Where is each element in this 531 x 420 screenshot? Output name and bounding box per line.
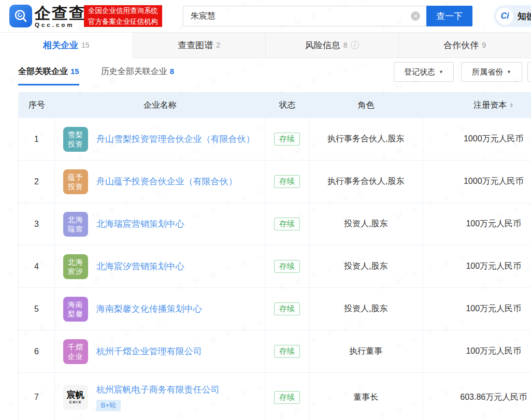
ai-assistant-pill[interactable]: Ci 知彼 (494, 5, 531, 27)
subtab-label: 历史全部关联企业 (101, 66, 167, 77)
search-button[interactable]: 查一下 (426, 6, 472, 26)
company-logo: 千熠 企业 (63, 339, 88, 364)
logo-text: 梨馨 (68, 309, 83, 318)
tab-count: 8 (343, 41, 348, 49)
filter-registration-status[interactable]: 登记状态 ▼ (394, 62, 454, 82)
row-index: 2 (19, 161, 55, 202)
company-link[interactable]: 舟山雪梨投资管理合伙企业（有限合伙） (96, 133, 255, 145)
subtab-count: 15 (70, 67, 79, 76)
qcc-logo-icon[interactable] (9, 5, 32, 27)
logo-text: 蕴予 (68, 172, 83, 182)
tab-risk-info[interactable]: 风险信息 8 i (265, 33, 398, 58)
company-cell: 北海 宸汐 北海宸汐营销策划中心 (55, 245, 265, 287)
row-index: 7 (19, 373, 55, 420)
subtab-all-related[interactable]: 全部关联企业 15 (18, 66, 79, 85)
logo-text: 瑞宸 (68, 224, 83, 234)
col-header-index: 序号 (19, 93, 55, 118)
tab-chacha-graph[interactable]: 查查图谱 2 (133, 33, 266, 58)
logo-text: 北海 (68, 257, 83, 267)
brand-block[interactable]: 企查查 Qcc.com (35, 5, 86, 28)
sort-icon[interactable]: ▲ ▼ (509, 103, 513, 108)
company-logo: 北海 瑞宸 (63, 212, 88, 237)
table-row: 2 蕴予 投资 舟山蕴予投资合伙企业（有限合伙） 存续 执行事务合伙人,股东 1… (19, 160, 531, 202)
sort-down-icon: ▼ (509, 105, 513, 108)
role-cell: 执行董事 (309, 330, 423, 372)
company-link[interactable]: 杭州千熠企业管理有限公司 (96, 345, 202, 357)
filter-more-cutoff[interactable] (527, 62, 531, 82)
tab-partners[interactable]: 合作伙伴 9 (398, 33, 531, 58)
company-cell: 北海 瑞宸 北海瑞宸营销策划中心 (55, 203, 265, 245)
company-link[interactable]: 杭州宸帆电子商务有限责任公司 (96, 384, 220, 396)
related-companies-table: 序号 企业名称 状态 角色 注册资本 ▲ ▼ 1 雪梨 投资 舟山雪梨投资管理合… (18, 92, 531, 420)
subtab-history-related[interactable]: 历史全部关联企业 8 (101, 66, 174, 85)
tab-label: 相关企业 (43, 39, 78, 51)
status-cell: 存续 (265, 203, 309, 245)
table-row: 3 北海 瑞宸 北海瑞宸营销策划中心 存续 投资人,股东 100万元人民币 (19, 202, 531, 245)
tab-count: 15 (81, 41, 90, 49)
logo-text: 北海 (68, 215, 83, 224)
search-input[interactable] (183, 11, 411, 21)
company-link[interactable]: 北海宸汐营销策划中心 (96, 260, 184, 272)
main-tabbar: 相关企业 15 查查图谱 2 风险信息 8 i 合作伙伴 9 (0, 33, 531, 58)
company-logo: 宸帆 CHIX (63, 385, 88, 410)
company-link[interactable]: 舟山蕴予投资合伙企业（有限合伙） (96, 176, 237, 187)
capital-cell: 603.86万元人民币 (423, 373, 531, 420)
row-index: 6 (19, 330, 55, 372)
status-badge: 存续 (274, 260, 300, 273)
table-row: 6 千熠 企业 杭州千熠企业管理有限公司 存续 执行董事 100万元人民币 (19, 330, 531, 372)
company-cell: 海南 梨馨 海南梨馨文化传播策划中心 (55, 288, 265, 330)
status-cell: 存续 (265, 161, 309, 202)
capital-cell: 1000万元人民币 (423, 161, 531, 202)
chevron-down-icon: ▼ (507, 69, 511, 75)
filter-province[interactable]: 所属省份 ▼ (461, 62, 522, 82)
table-row: 1 雪梨 投资 舟山雪梨投资管理合伙企业（有限合伙） 存续 执行事务合伙人,股东… (19, 118, 531, 160)
table-row: 5 海南 梨馨 海南梨馨文化传播策划中心 存续 投资人,股东 100万元人民币 (19, 287, 531, 330)
logo-subtext: CHIX (69, 400, 82, 404)
tab-count: 9 (482, 41, 486, 49)
capital-cell: 100万元人民币 (423, 288, 531, 330)
col-header-status: 状态 (265, 93, 309, 118)
info-icon[interactable]: i (351, 41, 359, 49)
ci-logo-icon: Ci (496, 8, 513, 25)
logo-text: 雪梨 (68, 130, 83, 139)
company-link[interactable]: 北海瑞宸营销策划中心 (96, 218, 184, 230)
logo-text: 宸汐 (68, 267, 83, 276)
logo-text: 海南 (68, 300, 83, 309)
company-logo: 雪梨 投资 (63, 127, 88, 152)
tab-label: 合作伙伴 (443, 39, 479, 51)
status-badge: 存续 (274, 218, 300, 230)
company-cell: 千熠 企业 杭州千熠企业管理有限公司 (55, 330, 265, 372)
company-logo: 北海 宸汐 (63, 254, 88, 279)
capital-cell: 100万元人民币 (423, 203, 531, 245)
logo-text: 投资 (68, 182, 83, 191)
status-cell: 存续 (265, 373, 309, 420)
subtab-count: 8 (170, 67, 174, 76)
row-index: 1 (19, 118, 55, 160)
status-cell: 存续 (265, 245, 309, 287)
filter-label: 登记状态 (404, 67, 435, 77)
tab-label: 查查图谱 (178, 39, 213, 51)
capital-cell: 100万元人民币 (423, 245, 531, 287)
company-link[interactable]: 海南梨馨文化传播策划中心 (96, 303, 202, 315)
status-badge: 存续 (274, 391, 300, 404)
col-header-capital[interactable]: 注册资本 ▲ ▼ (423, 93, 531, 118)
gov-cert-line1: 全国企业信用查询系统 (88, 5, 158, 16)
logo-text: 企业 (68, 352, 83, 361)
subtab-label: 全部关联企业 (18, 66, 68, 77)
clear-search-icon[interactable]: ✕ (411, 11, 420, 21)
status-badge: 存续 (274, 302, 300, 315)
company-logo: 蕴予 投资 (63, 169, 88, 194)
row-index: 3 (19, 203, 55, 245)
subtabs: 全部关联企业 15 历史全部关联企业 8 (18, 66, 174, 85)
status-badge: 存续 (274, 133, 300, 146)
assistant-label: 知彼 (518, 10, 531, 22)
magnifier-icon (13, 8, 28, 24)
tab-related-companies[interactable]: 相关企业 15 (0, 33, 133, 58)
row-index: 5 (19, 288, 55, 330)
role-cell: 执行事务合伙人,股东 (309, 118, 423, 160)
status-cell: 存续 (265, 118, 309, 160)
filter-subbar: 全部关联企业 15 历史全部关联企业 8 登记状态 ▼ 所属省份 ▼ (0, 58, 531, 92)
capital-cell: 100万元人民币 (423, 330, 531, 372)
tab-count: 2 (216, 41, 220, 49)
table-row: 7 宸帆 CHIX 杭州宸帆电子商务有限责任公司 B+轮 存续 董事长 603.… (19, 372, 531, 420)
